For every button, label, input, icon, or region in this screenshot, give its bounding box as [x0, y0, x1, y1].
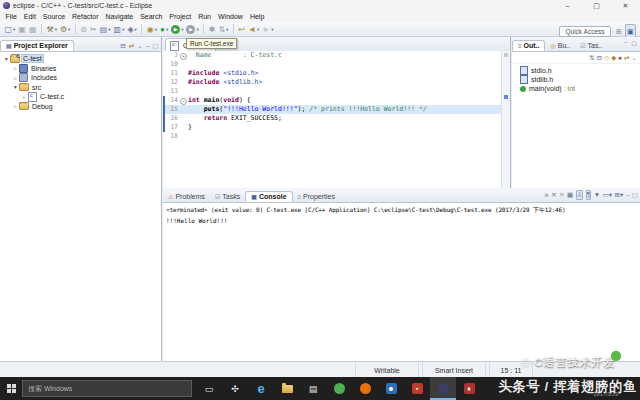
expand-arrow-icon[interactable]: ▹: [12, 65, 19, 71]
search-button[interactable]: ◉▾: [146, 23, 158, 35]
menu-window[interactable]: Window: [214, 13, 246, 20]
save-button[interactable]: ▣: [17, 23, 27, 35]
profile-button[interactable]: ▶▾: [185, 23, 199, 35]
console-output[interactable]: <terminated> (exit value: 0) C-test.exe …: [163, 203, 640, 224]
quick-access-field[interactable]: Quick Access: [559, 26, 610, 37]
editor-gutter[interactable]: 12: [163, 78, 188, 87]
tab-project-explorer[interactable]: ▤ Project Explorer: [0, 40, 74, 51]
outline-item-stdio-h[interactable]: stdio.h: [512, 66, 640, 75]
maximize-button[interactable]: ▢: [632, 191, 638, 199]
tree-item-c-test[interactable]: ▾C-test: [0, 54, 161, 64]
back-button[interactable]: ◄▾: [247, 23, 260, 35]
ruler-line-marker[interactable]: [504, 95, 508, 99]
code-line-12[interactable]: 12#include <stdlib.h>: [163, 78, 510, 87]
mark-occurrences-button[interactable]: ✱: [208, 23, 217, 35]
tab-tas[interactable]: ☑Tas..: [575, 40, 607, 51]
code-line-3[interactable]: 3+ Name : C-test.c: [163, 51, 510, 60]
editor-gutter[interactable]: 17: [163, 123, 188, 132]
tab-out[interactable]: ≡Out..: [512, 40, 545, 51]
view-menu-button[interactable]: ⌄: [632, 54, 637, 62]
open-console-button[interactable]: ⊞▾: [615, 191, 624, 199]
file-explorer-button[interactable]: [274, 377, 300, 400]
save-all-button[interactable]: ▦: [28, 23, 38, 35]
terminate-button[interactable]: ■: [545, 191, 549, 199]
skip-breakpoints-button[interactable]: ⊘: [79, 23, 88, 35]
code-line-10[interactable]: 10: [163, 60, 510, 69]
menu-search[interactable]: Search: [137, 13, 166, 20]
annotations-button[interactable]: ⇅▾: [217, 23, 229, 35]
expand-arrow-icon[interactable]: ▹: [12, 75, 19, 81]
editor-gutter[interactable]: 16: [163, 114, 188, 123]
remove-launch-button[interactable]: ✕: [551, 191, 556, 199]
code-line-18[interactable]: 18: [163, 132, 510, 141]
firefox-button[interactable]: [352, 377, 378, 400]
hide-fields-button[interactable]: ◇: [604, 54, 609, 62]
red-app2-button[interactable]: ♦: [456, 377, 482, 400]
new-c-file-button[interactable]: ▥▾: [113, 23, 126, 35]
collapse-arrow-icon[interactable]: ▾: [3, 56, 10, 62]
menu-project[interactable]: Project: [166, 13, 195, 20]
red-app-button[interactable]: ▪: [404, 377, 430, 400]
build-config-button[interactable]: ⚙▾: [59, 23, 71, 35]
start-button[interactable]: [0, 377, 22, 400]
display-console-button[interactable]: ▭▾: [603, 191, 612, 199]
cut-button[interactable]: ✂: [89, 23, 98, 35]
sort-button[interactable]: ⇅: [589, 54, 594, 62]
tree-item-c-test-c[interactable]: ▹C-test.c: [0, 92, 161, 102]
maximize-button[interactable]: ▢: [151, 39, 159, 51]
editor-gutter[interactable]: 3+: [163, 51, 188, 60]
collapse-all-button[interactable]: ⊟: [597, 54, 602, 62]
menu-run[interactable]: Run: [195, 13, 215, 20]
eclipse-taskbar-button[interactable]: [430, 377, 456, 400]
pin-console-button[interactable]: ▼: [594, 191, 600, 199]
link-with-editor-button[interactable]: ⇄: [624, 54, 629, 62]
forward-button[interactable]: ►▾: [261, 23, 274, 35]
new-wizard-button[interactable]: ▢▾: [4, 23, 17, 35]
collapse-all-button[interactable]: ⊟: [119, 39, 126, 51]
green-app-button[interactable]: [326, 377, 352, 400]
code-line-15[interactable]: 15 puts("!!!Hello World!!!"); /* prints …: [163, 105, 510, 114]
editor-gutter[interactable]: 11: [163, 69, 188, 78]
view-menu-button[interactable]: ⌄: [136, 39, 143, 51]
editor-gutter[interactable]: 18: [163, 132, 188, 141]
store-button[interactable]: ▤: [300, 377, 326, 400]
fold-collapse-icon[interactable]: −: [180, 98, 187, 105]
minimize-button[interactable]: –: [626, 191, 630, 199]
open-perspective-button[interactable]: ⊞: [614, 24, 624, 38]
menu-source[interactable]: Source: [39, 13, 68, 20]
cpp-perspective-button[interactable]: ▣: [625, 24, 636, 38]
menu-help[interactable]: Help: [246, 13, 267, 20]
scroll-lock-button[interactable]: ⇩: [576, 190, 583, 200]
editor-gutter[interactable]: 10: [163, 60, 188, 69]
build-all-button[interactable]: ⚒▾: [45, 23, 57, 35]
maximize-button[interactable]: ▢: [582, 0, 611, 11]
open-element-button[interactable]: ▤▾: [99, 23, 112, 35]
code-area[interactable]: 3+ Name : C-test.c1011#include <stdio.h>…: [163, 51, 510, 188]
menu-refactor[interactable]: Refactor: [69, 13, 102, 20]
expand-arrow-icon[interactable]: ▹: [21, 94, 28, 100]
expand-arrow-icon[interactable]: ▹: [12, 103, 19, 109]
code-line-13[interactable]: 13: [163, 87, 510, 96]
tree-item-debug[interactable]: ▹Debug: [0, 102, 161, 112]
menu-navigate[interactable]: Navigate: [102, 13, 137, 20]
close-button[interactable]: ✕: [611, 0, 640, 11]
taskbar-search-input[interactable]: 搜索 Windows: [22, 380, 192, 397]
tree-item-binaries[interactable]: ▹Binaries: [0, 64, 161, 74]
tree-item-src[interactable]: ▾src: [0, 83, 161, 93]
minimize-button[interactable]: –: [145, 39, 151, 51]
editor-gutter[interactable]: 13: [163, 87, 188, 96]
tab-properties[interactable]: ≡Properties: [293, 191, 340, 202]
editor-gutter[interactable]: 14−: [163, 96, 188, 105]
tab-console[interactable]: ▣Console: [245, 191, 292, 202]
outline-item-stdlib-h[interactable]: stdlib.h: [512, 75, 640, 84]
pinwheel-app-button[interactable]: ✣: [222, 377, 248, 400]
edge-button[interactable]: e: [248, 377, 274, 400]
word-wrap-button[interactable]: ¶: [586, 190, 592, 200]
minimize-button[interactable]: –: [553, 0, 582, 11]
last-edit-location-button[interactable]: ↩: [237, 23, 246, 35]
code-line-16[interactable]: 16 return EXIT_SUCCESS;: [163, 114, 510, 123]
tree-item-includes[interactable]: ▹Includes: [0, 73, 161, 83]
code-line-17[interactable]: 17}: [163, 123, 510, 132]
tab-problems[interactable]: ⚠Problems: [163, 191, 210, 202]
outline-item-main-void-[interactable]: main(void) : int: [512, 84, 640, 93]
